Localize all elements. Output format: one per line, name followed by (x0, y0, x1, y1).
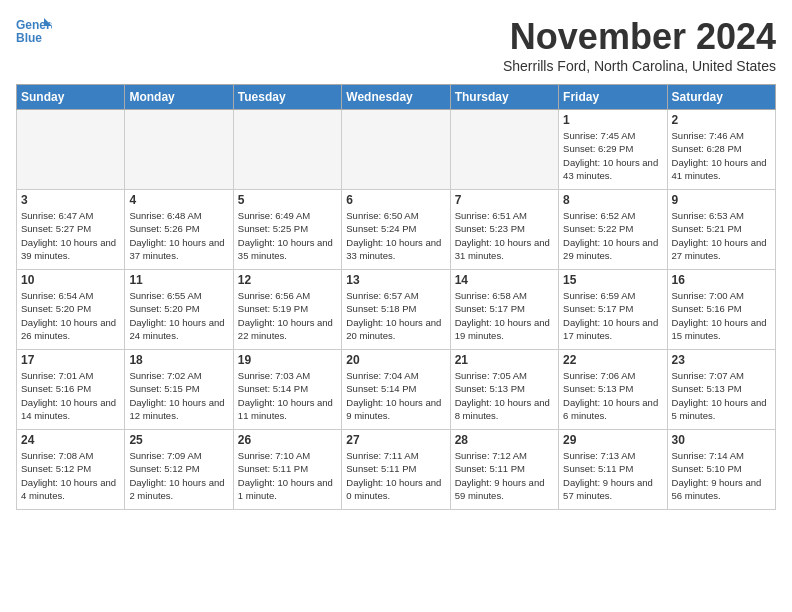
day-number: 26 (238, 433, 337, 447)
day-number: 5 (238, 193, 337, 207)
calendar-week-row: 3Sunrise: 6:47 AM Sunset: 5:27 PM Daylig… (17, 190, 776, 270)
day-number: 6 (346, 193, 445, 207)
calendar-day-header: Wednesday (342, 85, 450, 110)
day-info: Sunrise: 7:12 AM Sunset: 5:11 PM Dayligh… (455, 449, 554, 502)
day-number: 30 (672, 433, 771, 447)
day-number: 21 (455, 353, 554, 367)
calendar-cell: 2Sunrise: 7:46 AM Sunset: 6:28 PM Daylig… (667, 110, 775, 190)
calendar-cell: 16Sunrise: 7:00 AM Sunset: 5:16 PM Dayli… (667, 270, 775, 350)
calendar-week-row: 1Sunrise: 7:45 AM Sunset: 6:29 PM Daylig… (17, 110, 776, 190)
day-number: 9 (672, 193, 771, 207)
day-info: Sunrise: 7:11 AM Sunset: 5:11 PM Dayligh… (346, 449, 445, 502)
calendar-cell: 14Sunrise: 6:58 AM Sunset: 5:17 PM Dayli… (450, 270, 558, 350)
calendar-cell: 29Sunrise: 7:13 AM Sunset: 5:11 PM Dayli… (559, 430, 667, 510)
day-info: Sunrise: 7:07 AM Sunset: 5:13 PM Dayligh… (672, 369, 771, 422)
day-info: Sunrise: 6:52 AM Sunset: 5:22 PM Dayligh… (563, 209, 662, 262)
calendar-header-row: SundayMondayTuesdayWednesdayThursdayFrid… (17, 85, 776, 110)
day-info: Sunrise: 6:56 AM Sunset: 5:19 PM Dayligh… (238, 289, 337, 342)
day-number: 23 (672, 353, 771, 367)
day-info: Sunrise: 6:47 AM Sunset: 5:27 PM Dayligh… (21, 209, 120, 262)
day-number: 14 (455, 273, 554, 287)
calendar-day-header: Friday (559, 85, 667, 110)
day-number: 24 (21, 433, 120, 447)
day-number: 18 (129, 353, 228, 367)
calendar-cell (233, 110, 341, 190)
calendar-cell: 1Sunrise: 7:45 AM Sunset: 6:29 PM Daylig… (559, 110, 667, 190)
calendar-cell (342, 110, 450, 190)
day-info: Sunrise: 6:55 AM Sunset: 5:20 PM Dayligh… (129, 289, 228, 342)
calendar-cell: 21Sunrise: 7:05 AM Sunset: 5:13 PM Dayli… (450, 350, 558, 430)
calendar-cell: 17Sunrise: 7:01 AM Sunset: 5:16 PM Dayli… (17, 350, 125, 430)
title-area: November 2024 Sherrills Ford, North Caro… (503, 16, 776, 74)
day-info: Sunrise: 7:01 AM Sunset: 5:16 PM Dayligh… (21, 369, 120, 422)
calendar-cell: 6Sunrise: 6:50 AM Sunset: 5:24 PM Daylig… (342, 190, 450, 270)
calendar-cell (450, 110, 558, 190)
calendar-cell: 11Sunrise: 6:55 AM Sunset: 5:20 PM Dayli… (125, 270, 233, 350)
logo: General Blue (16, 16, 52, 46)
calendar-cell: 25Sunrise: 7:09 AM Sunset: 5:12 PM Dayli… (125, 430, 233, 510)
calendar-cell: 15Sunrise: 6:59 AM Sunset: 5:17 PM Dayli… (559, 270, 667, 350)
location-title: Sherrills Ford, North Carolina, United S… (503, 58, 776, 74)
day-info: Sunrise: 6:51 AM Sunset: 5:23 PM Dayligh… (455, 209, 554, 262)
day-number: 15 (563, 273, 662, 287)
calendar-cell (17, 110, 125, 190)
calendar-cell: 23Sunrise: 7:07 AM Sunset: 5:13 PM Dayli… (667, 350, 775, 430)
calendar-cell: 18Sunrise: 7:02 AM Sunset: 5:15 PM Dayli… (125, 350, 233, 430)
calendar-week-row: 17Sunrise: 7:01 AM Sunset: 5:16 PM Dayli… (17, 350, 776, 430)
calendar-cell: 28Sunrise: 7:12 AM Sunset: 5:11 PM Dayli… (450, 430, 558, 510)
calendar-cell: 30Sunrise: 7:14 AM Sunset: 5:10 PM Dayli… (667, 430, 775, 510)
day-info: Sunrise: 6:58 AM Sunset: 5:17 PM Dayligh… (455, 289, 554, 342)
day-number: 28 (455, 433, 554, 447)
day-info: Sunrise: 7:03 AM Sunset: 5:14 PM Dayligh… (238, 369, 337, 422)
day-info: Sunrise: 7:13 AM Sunset: 5:11 PM Dayligh… (563, 449, 662, 502)
day-info: Sunrise: 7:46 AM Sunset: 6:28 PM Dayligh… (672, 129, 771, 182)
calendar-cell: 10Sunrise: 6:54 AM Sunset: 5:20 PM Dayli… (17, 270, 125, 350)
logo-icon: General Blue (16, 16, 52, 46)
calendar-cell: 3Sunrise: 6:47 AM Sunset: 5:27 PM Daylig… (17, 190, 125, 270)
day-number: 19 (238, 353, 337, 367)
calendar-cell: 4Sunrise: 6:48 AM Sunset: 5:26 PM Daylig… (125, 190, 233, 270)
calendar-cell: 19Sunrise: 7:03 AM Sunset: 5:14 PM Dayli… (233, 350, 341, 430)
calendar-cell: 20Sunrise: 7:04 AM Sunset: 5:14 PM Dayli… (342, 350, 450, 430)
day-info: Sunrise: 6:48 AM Sunset: 5:26 PM Dayligh… (129, 209, 228, 262)
calendar-day-header: Sunday (17, 85, 125, 110)
day-number: 20 (346, 353, 445, 367)
day-info: Sunrise: 7:02 AM Sunset: 5:15 PM Dayligh… (129, 369, 228, 422)
day-info: Sunrise: 7:14 AM Sunset: 5:10 PM Dayligh… (672, 449, 771, 502)
calendar-day-header: Monday (125, 85, 233, 110)
header: General Blue November 2024 Sherrills For… (16, 16, 776, 74)
day-info: Sunrise: 7:00 AM Sunset: 5:16 PM Dayligh… (672, 289, 771, 342)
day-number: 4 (129, 193, 228, 207)
month-title: November 2024 (503, 16, 776, 58)
day-number: 1 (563, 113, 662, 127)
day-info: Sunrise: 6:49 AM Sunset: 5:25 PM Dayligh… (238, 209, 337, 262)
day-number: 10 (21, 273, 120, 287)
day-number: 22 (563, 353, 662, 367)
day-number: 17 (21, 353, 120, 367)
day-number: 25 (129, 433, 228, 447)
day-info: Sunrise: 6:53 AM Sunset: 5:21 PM Dayligh… (672, 209, 771, 262)
day-info: Sunrise: 7:10 AM Sunset: 5:11 PM Dayligh… (238, 449, 337, 502)
calendar-day-header: Tuesday (233, 85, 341, 110)
calendar-cell: 27Sunrise: 7:11 AM Sunset: 5:11 PM Dayli… (342, 430, 450, 510)
calendar-cell: 7Sunrise: 6:51 AM Sunset: 5:23 PM Daylig… (450, 190, 558, 270)
day-info: Sunrise: 7:06 AM Sunset: 5:13 PM Dayligh… (563, 369, 662, 422)
day-info: Sunrise: 7:45 AM Sunset: 6:29 PM Dayligh… (563, 129, 662, 182)
day-number: 8 (563, 193, 662, 207)
day-info: Sunrise: 7:05 AM Sunset: 5:13 PM Dayligh… (455, 369, 554, 422)
calendar-week-row: 24Sunrise: 7:08 AM Sunset: 5:12 PM Dayli… (17, 430, 776, 510)
calendar-cell: 26Sunrise: 7:10 AM Sunset: 5:11 PM Dayli… (233, 430, 341, 510)
calendar-cell: 5Sunrise: 6:49 AM Sunset: 5:25 PM Daylig… (233, 190, 341, 270)
calendar-cell: 9Sunrise: 6:53 AM Sunset: 5:21 PM Daylig… (667, 190, 775, 270)
day-info: Sunrise: 6:54 AM Sunset: 5:20 PM Dayligh… (21, 289, 120, 342)
calendar-week-row: 10Sunrise: 6:54 AM Sunset: 5:20 PM Dayli… (17, 270, 776, 350)
day-number: 27 (346, 433, 445, 447)
day-number: 12 (238, 273, 337, 287)
calendar-cell (125, 110, 233, 190)
day-number: 7 (455, 193, 554, 207)
day-number: 2 (672, 113, 771, 127)
calendar-cell: 13Sunrise: 6:57 AM Sunset: 5:18 PM Dayli… (342, 270, 450, 350)
day-number: 11 (129, 273, 228, 287)
day-number: 29 (563, 433, 662, 447)
day-info: Sunrise: 6:59 AM Sunset: 5:17 PM Dayligh… (563, 289, 662, 342)
